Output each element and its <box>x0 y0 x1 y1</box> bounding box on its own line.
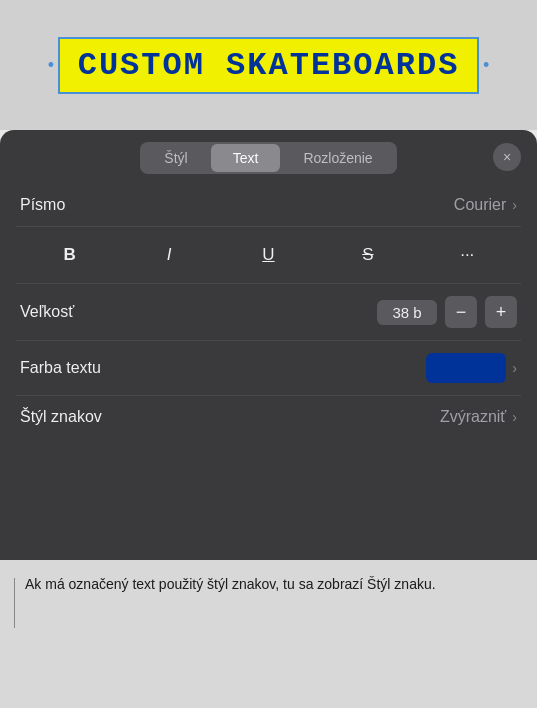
close-button[interactable]: × <box>493 143 521 171</box>
annotation-line <box>14 578 15 628</box>
font-value: Courier › <box>454 196 517 214</box>
char-style-value: Zvýrazniť › <box>440 408 517 426</box>
color-label: Farba textu <box>20 359 101 377</box>
tab-bar: Štýl Text Rozloženie × <box>0 130 537 184</box>
more-options-button[interactable]: ··· <box>447 237 487 273</box>
canvas-text: CUSTOM SKATEBOARDS <box>78 47 460 84</box>
italic-button[interactable]: I <box>149 237 189 273</box>
font-chevron-icon: › <box>512 197 517 213</box>
color-swatch[interactable] <box>426 353 506 383</box>
color-value: › <box>426 353 517 383</box>
annotation-text: Ak má označený text použitý štýl znakov,… <box>25 574 523 596</box>
size-controls: 38 b − + <box>377 296 517 328</box>
canvas-area: CUSTOM SKATEBOARDS <box>0 0 537 130</box>
char-style-chevron-icon: › <box>512 409 517 425</box>
font-row[interactable]: Písmo Courier › <box>16 184 521 227</box>
format-buttons-row: B I U S ··· <box>16 227 521 284</box>
size-decrease-button[interactable]: − <box>445 296 477 328</box>
bold-button[interactable]: B <box>50 237 90 273</box>
tab-text[interactable]: Text <box>211 144 281 172</box>
underline-button[interactable]: U <box>248 237 288 273</box>
char-style-row[interactable]: Štýl znakov Zvýrazniť › <box>16 396 521 438</box>
annotation-vertical-line <box>14 578 15 628</box>
color-chevron-icon: › <box>512 360 517 376</box>
tabs-group: Štýl Text Rozloženie <box>140 142 396 174</box>
tab-styl[interactable]: Štýl <box>142 144 209 172</box>
text-element[interactable]: CUSTOM SKATEBOARDS <box>58 37 480 94</box>
font-label: Písmo <box>20 196 65 214</box>
tab-rozlozenie[interactable]: Rozloženie <box>281 144 394 172</box>
size-increase-button[interactable]: + <box>485 296 517 328</box>
color-row[interactable]: Farba textu › <box>16 341 521 396</box>
size-value[interactable]: 38 b <box>377 300 437 325</box>
panel-content: Písmo Courier › B I U S ··· Veľkosť 38 b… <box>0 184 537 438</box>
size-label: Veľkosť <box>20 303 74 321</box>
strikethrough-button[interactable]: S <box>348 237 388 273</box>
annotation-section: Ak má označený text použitý štýl znakov,… <box>0 560 537 708</box>
size-row: Veľkosť 38 b − + <box>16 284 521 341</box>
char-style-label: Štýl znakov <box>20 408 102 426</box>
